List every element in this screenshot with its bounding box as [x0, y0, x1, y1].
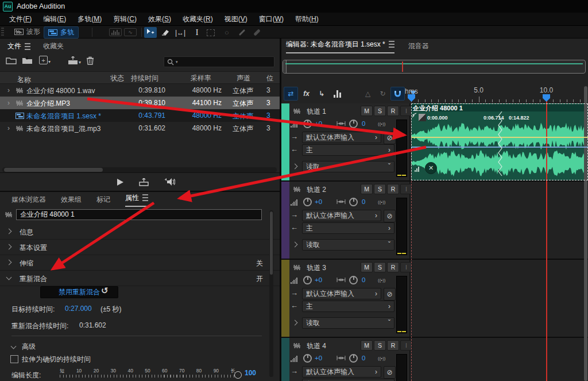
reset-icon[interactable]: ↺	[101, 286, 109, 296]
audio-clip[interactable]: 企业介绍 48000 1 0:00.000 0:06.714 0:14.822 …	[411, 103, 588, 180]
slider-knob[interactable]	[234, 371, 242, 379]
input-monitor-button[interactable]: I	[400, 184, 412, 194]
col-samplerate[interactable]: 采样率	[191, 74, 211, 83]
file-row[interactable]: ›企业介绍 48000 1.wav0:39.81048000 Hz立体声3	[0, 84, 280, 97]
no-input-button[interactable]: ⊘	[384, 366, 396, 379]
solo-button[interactable]: S	[374, 106, 386, 116]
track-divider-3[interactable]	[281, 337, 588, 338]
mute-button[interactable]: M	[361, 262, 373, 272]
track-input-select[interactable]: 默认立体声输入›	[302, 132, 381, 143]
automation-mode-select[interactable]: 读取ˇ	[302, 161, 394, 172]
move-tool[interactable]	[144, 27, 157, 38]
pan-value[interactable]: 0	[362, 198, 365, 205]
property-section-1[interactable]: 基本设置	[0, 240, 280, 255]
file-row[interactable]: ›未命名混音项目_混.mp30:31.60248000 Hz立体声3	[0, 122, 280, 134]
multitrack-view-button[interactable]: 多轨	[44, 26, 79, 39]
volume-knob[interactable]	[303, 198, 312, 206]
track-header-1[interactable]: 轨道 1MSRI+00((•))→默认立体声输入›⊘←主›读取ˇ	[281, 103, 410, 180]
property-section-0[interactable]: 信息	[0, 224, 280, 240]
volume-knob[interactable]	[303, 276, 312, 284]
mute-button[interactable]: M	[361, 184, 373, 194]
track-name[interactable]: 轨道 1	[307, 107, 326, 117]
volume-value[interactable]: +0	[315, 120, 322, 127]
insert-into-multitrack-button[interactable]	[139, 178, 149, 186]
toolbar-grip[interactable]	[1, 28, 4, 37]
input-monitor-button[interactable]: I	[400, 340, 412, 351]
tab-mixer[interactable]: 混音器	[408, 41, 429, 51]
menu-item-m[interactable]: 多轨(M)	[72, 13, 107, 25]
metronome-button[interactable]: △	[361, 87, 375, 101]
track-output-select[interactable]: 主›	[302, 222, 394, 234]
edit-length-slider[interactable]: 短102030405060708090长	[60, 368, 235, 378]
section-toggle-value[interactable]: 关	[256, 259, 263, 268]
col-name[interactable]: 名称 ↑	[17, 74, 21, 82]
clip-name-input[interactable]	[16, 209, 262, 220]
mute-button[interactable]: M	[361, 340, 373, 351]
section-chevron-icon[interactable]	[6, 244, 12, 250]
menu-item-v[interactable]: 视图(V)	[219, 13, 253, 25]
advanced-label[interactable]: 高级	[22, 342, 36, 352]
tab-editor[interactable]: 编辑器: 未命名混音项目 1.sesx *	[286, 40, 394, 53]
panel-menu-icon[interactable]	[142, 194, 148, 201]
col-duration[interactable]: 持续时间	[131, 74, 158, 83]
loop-playback-button[interactable]: ↻	[376, 87, 390, 101]
expand-chevron-icon[interactable]: ›	[7, 86, 10, 94]
input-monitor-button[interactable]: I	[400, 262, 412, 272]
mute-button[interactable]: M	[361, 106, 373, 116]
export-dropdown-icon[interactable]: ▾	[79, 60, 81, 65]
volume-knob[interactable]	[303, 354, 312, 363]
timeline-overview-bar[interactable]	[283, 60, 586, 74]
expand-chevron-icon[interactable]: ›	[7, 124, 10, 132]
tab-media-browser[interactable]: 媒体浏览器	[11, 195, 46, 205]
crossfade-toggle-button[interactable]: ⇄	[284, 87, 298, 101]
properties-vscrollbar[interactable]	[269, 210, 273, 377]
stretch-checkbox[interactable]	[10, 355, 18, 363]
menu-item-e[interactable]: 编辑(E)	[37, 13, 72, 25]
automation-chevron-icon[interactable]	[292, 164, 298, 170]
menu-item-h[interactable]: 帮助(H)	[289, 13, 324, 25]
track-divider-1[interactable]	[281, 180, 588, 182]
property-section-3[interactable]: 重新混合开	[0, 271, 280, 286]
new-item-icon[interactable]: +	[39, 56, 48, 64]
section-chevron-icon[interactable]	[6, 275, 12, 280]
volume-knob[interactable]	[303, 120, 312, 128]
pan-value[interactable]: 0	[362, 276, 365, 283]
no-input-button[interactable]: ⊘	[384, 288, 396, 301]
slip-tool[interactable]: |↔|	[174, 27, 187, 38]
pan-value[interactable]: 0	[362, 355, 365, 361]
new-item-dropdown-icon[interactable]: ▾	[48, 59, 51, 64]
razor-tool[interactable]	[159, 27, 172, 38]
files-hscrollbar[interactable]	[2, 167, 277, 172]
menu-item-c[interactable]: 剪辑(C)	[107, 13, 142, 25]
snap-button[interactable]	[390, 87, 405, 101]
menu-item-w[interactable]: 窗口(W)	[253, 13, 289, 25]
waveform-view-button[interactable]: 波形	[10, 26, 44, 37]
col-status[interactable]: 状态	[110, 74, 124, 83]
record-arm-button[interactable]: R	[387, 340, 399, 351]
pan-knob[interactable]	[349, 120, 358, 128]
track-input-select[interactable]: 默认立体声输入›	[302, 366, 381, 378]
solo-button[interactable]: S	[374, 262, 386, 272]
record-arm-button[interactable]: R	[387, 106, 399, 116]
loudness-button[interactable]	[164, 178, 175, 186]
automation-chevron-icon[interactable]	[292, 242, 298, 248]
track-name[interactable]: 轨道 3	[307, 263, 326, 273]
file-row[interactable]: 未命名混音项目 1.sesx *0:43.79148000 Hz立体声3	[0, 109, 280, 122]
trash-icon[interactable]	[86, 56, 94, 65]
track-output-select[interactable]: 主›	[302, 144, 394, 156]
tab-effects-rack[interactable]: 效果组	[61, 195, 82, 205]
editor-panel-menu-icon[interactable]	[389, 41, 394, 48]
automation-chevron-icon[interactable]	[292, 320, 298, 326]
property-section-2[interactable]: 伸缩关	[0, 255, 280, 271]
solo-button[interactable]: S	[374, 184, 386, 194]
track-output-select[interactable]: 主›	[302, 379, 394, 381]
section-toggle-value[interactable]: 开	[256, 274, 263, 284]
target-duration-value[interactable]: 0:27.000	[65, 305, 92, 313]
track-header-3[interactable]: 轨道 3MSRI+00((•))→默认立体声输入›⊘←主›读取ˇ	[281, 260, 410, 337]
search-input[interactable]: ▾	[164, 56, 274, 67]
volume-value[interactable]: +0	[315, 198, 322, 205]
menu-item-r[interactable]: 收藏夹(R)	[177, 13, 219, 25]
spectral-frequency-icon[interactable]	[109, 28, 122, 36]
tab-markers[interactable]: 标记	[96, 195, 110, 205]
section-chevron-icon[interactable]	[6, 229, 12, 234]
